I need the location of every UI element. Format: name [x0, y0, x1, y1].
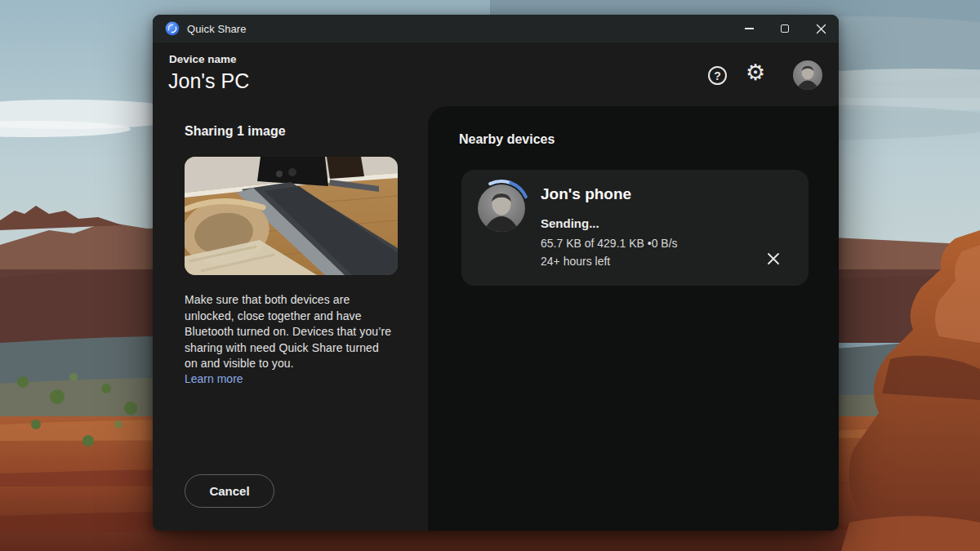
window-title: Quick Share: [187, 23, 247, 35]
minimize-button[interactable]: [731, 15, 767, 42]
minimize-icon: [745, 28, 754, 29]
sharing-description: Make sure that both devices are unlocked…: [185, 292, 394, 372]
device-name-value: Jon's PC: [168, 69, 249, 93]
titlebar[interactable]: Quick Share: [153, 15, 839, 42]
window-content: Sharing 1 image: [153, 106, 839, 531]
quick-share-window: Quick Share Device name Jon's PC ? ⚙: [153, 15, 839, 531]
device-avatar-image: [478, 184, 525, 232]
close-icon: [767, 252, 780, 265]
nearby-devices-panel: Nearby devices: [428, 106, 839, 531]
device-avatar-wrap: [470, 177, 532, 239]
transfer-time-left: 24+ hours left: [541, 255, 610, 268]
cancel-transfer-button[interactable]: [763, 248, 784, 269]
nearby-device-card[interactable]: Jon's phone Sending... 65.7 KB of 429.1 …: [461, 170, 808, 286]
nearby-devices-heading: Nearby devices: [459, 132, 555, 147]
gear-icon: ⚙: [746, 60, 765, 85]
device-name: Jon's phone: [541, 185, 631, 203]
account-avatar[interactable]: [793, 60, 822, 90]
help-icon: ?: [714, 69, 721, 82]
close-button[interactable]: [803, 15, 839, 42]
sharing-heading: Sharing 1 image: [185, 124, 286, 139]
transfer-progress-text: 65.7 KB of 429.1 KB •0 B/s: [541, 237, 678, 250]
window-controls: [731, 15, 839, 42]
transfer-status: Sending...: [541, 216, 599, 230]
device-avatar: [478, 184, 525, 232]
settings-button[interactable]: ⚙: [746, 62, 765, 84]
shared-image-thumbnail: [185, 157, 398, 275]
desktop: Quick Share Device name Jon's PC ? ⚙: [0, 0, 980, 551]
cancel-button[interactable]: Cancel: [185, 474, 274, 508]
learn-more-link[interactable]: Learn more: [185, 372, 243, 385]
help-button[interactable]: ?: [708, 66, 727, 85]
window-header: Device name Jon's PC ? ⚙: [153, 42, 839, 106]
shared-image-scene: [185, 157, 398, 275]
device-name-label: Device name: [169, 53, 237, 65]
close-icon: [816, 24, 826, 34]
account-avatar-image: [793, 60, 822, 90]
cancel-button-label: Cancel: [209, 484, 249, 498]
maximize-button[interactable]: [767, 15, 803, 42]
quick-share-logo-icon: [165, 21, 180, 36]
maximize-icon: [781, 24, 789, 33]
